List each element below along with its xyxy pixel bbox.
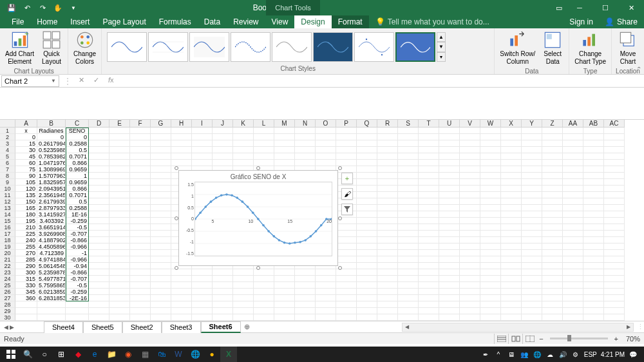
cell[interactable]: 0.2617994 [37,140,66,147]
column-header[interactable]: Z [542,120,563,128]
tab-formulas[interactable]: Formulas [153,15,198,28]
cell[interactable] [604,211,625,218]
cell[interactable] [398,160,419,166]
cell[interactable] [522,173,542,179]
cell[interactable]: 330 [15,282,37,289]
cell[interactable] [419,147,439,153]
cell[interactable] [357,134,377,140]
cell[interactable] [501,256,522,263]
cell[interactable] [460,250,480,256]
cell[interactable] [419,243,439,250]
cell[interactable] [130,153,151,160]
cell[interactable] [37,308,66,314]
cell[interactable] [501,282,522,289]
share-button[interactable]: 👤 Share [598,17,644,26]
cell[interactable] [336,224,357,231]
cell[interactable] [357,289,377,295]
cell[interactable] [501,218,522,224]
cell[interactable] [357,205,377,211]
cell[interactable] [419,173,439,179]
column-header[interactable]: J [213,120,233,128]
cell[interactable] [604,198,625,205]
cell[interactable] [254,153,274,160]
column-header[interactable]: Q [357,120,377,128]
cell[interactable] [439,186,460,192]
cell[interactable] [583,282,604,289]
tab-review[interactable]: Review [227,15,265,28]
cell[interactable] [89,289,109,295]
cell[interactable] [460,160,480,166]
cell[interactable] [460,308,480,314]
cell[interactable] [377,282,398,289]
cell[interactable] [377,166,398,173]
taskbar-store-icon[interactable]: 🛍 [153,347,170,362]
cell[interactable] [460,295,480,301]
cell[interactable] [254,314,274,321]
cell[interactable] [130,314,151,321]
cell[interactable]: 225 [15,231,37,237]
cell[interactable] [542,128,563,134]
cell[interactable] [604,205,625,211]
cell[interactable] [583,295,604,301]
cell[interactable] [460,218,480,224]
taskbar-explorer-icon[interactable]: 📁 [103,347,120,362]
cell[interactable] [89,218,109,224]
row-header[interactable]: 25 [0,282,15,289]
cell[interactable]: -0.966 [66,256,89,263]
zoom-out-icon[interactable]: − [539,335,543,343]
cell[interactable] [89,243,109,250]
cell[interactable] [130,166,151,173]
cell[interactable]: 3.403392 [37,218,66,224]
cell[interactable]: 0.7071 [66,153,89,160]
cell[interactable]: 2.8797933 [37,205,66,211]
cell[interactable] [316,289,336,295]
tray-people-icon[interactable]: 👥 [520,350,529,359]
cell[interactable] [583,192,604,198]
cell[interactable]: -0.707 [66,231,89,237]
switch-row-column-button[interactable]: Switch Row/ Column [497,30,538,67]
column-header[interactable]: AC [604,120,625,128]
cell[interactable] [213,147,233,153]
cell[interactable] [109,250,130,256]
cell[interactable] [460,243,480,250]
cell[interactable] [171,289,192,295]
change-colors-button[interactable]: Change Colors [71,30,99,67]
cell[interactable] [419,269,439,276]
cell[interactable] [89,140,109,147]
cell[interactable] [109,186,130,192]
cell[interactable]: 5.2359878 [37,269,66,276]
chart-filters-button[interactable] [341,204,353,215]
cell[interactable] [480,282,501,289]
cell[interactable] [563,192,583,198]
cell[interactable] [563,205,583,211]
cell[interactable] [398,269,419,276]
cell[interactable] [171,128,192,134]
cell[interactable] [192,282,213,289]
cell[interactable] [439,282,460,289]
cell[interactable] [336,243,357,250]
cell[interactable] [480,314,501,321]
cell[interactable] [89,186,109,192]
cell[interactable] [522,179,542,186]
cell[interactable] [336,314,357,321]
cell[interactable] [295,314,316,321]
cell[interactable] [233,140,254,147]
cell[interactable] [398,173,419,179]
cell[interactable]: 0.9659 [66,179,89,186]
cell[interactable] [274,140,295,147]
cell[interactable] [542,134,563,140]
new-sheet-button[interactable]: ⊕ [241,323,254,331]
cell[interactable]: 4.4505896 [37,243,66,250]
cell[interactable] [316,128,336,134]
cell[interactable] [522,250,542,256]
cell[interactable] [419,276,439,282]
cell[interactable] [295,308,316,314]
cell[interactable] [563,289,583,295]
cell[interactable] [542,186,563,192]
fx-icon[interactable]: fx [106,76,117,86]
cell[interactable] [522,147,542,153]
cell[interactable] [151,243,171,250]
cell[interactable]: 5.0614548 [37,263,66,269]
cell[interactable] [192,301,213,308]
cell[interactable] [439,153,460,160]
